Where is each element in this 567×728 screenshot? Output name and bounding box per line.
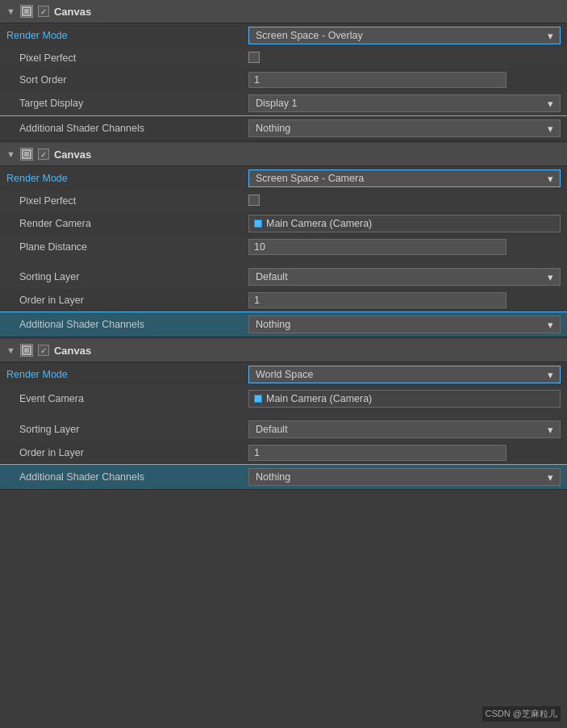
order-in-layer-value-3: 1 xyxy=(248,445,561,461)
order-in-layer-label-3: Order in Layer xyxy=(6,447,248,458)
pixel-perfect-row-2: Pixel Perfect xyxy=(0,190,567,211)
order-in-layer-row-3: Order in Layer 1 xyxy=(0,441,567,464)
sorting-layer-value-3: Default ▾ xyxy=(248,420,561,438)
panel-canvas-2: ▼ ✓ Canvas Render Mode Screen Space - Ca… xyxy=(0,143,567,337)
render-mode-row-2: Render Mode Screen Space - Camera ▾ xyxy=(0,166,567,190)
sorting-layer-dropdown-2[interactable]: Default ▾ xyxy=(248,268,561,286)
plane-distance-value-2: 10 xyxy=(248,239,561,255)
render-camera-label-2: Render Camera xyxy=(6,218,248,229)
additional-shader-label-1: Additional Shader Channels xyxy=(6,123,248,134)
panel-canvas-1: ▼ ✓ Canvas Render Mode Screen Space - Ov… xyxy=(0,0,567,141)
target-display-dropdown-1[interactable]: Display 1 ▾ xyxy=(248,94,561,112)
dropdown-arrow-2: ▾ xyxy=(548,173,553,185)
canvas-enabled-2[interactable]: ✓ xyxy=(38,149,49,160)
dropdown-arrow-3: ▾ xyxy=(548,369,553,381)
sort-order-value-1: 1 xyxy=(248,72,561,88)
render-camera-value-2: Main Camera (Camera) xyxy=(248,215,561,232)
event-camera-row-3: Event Camera Main Camera (Camera) xyxy=(0,387,567,411)
dropdown-arrow-td-1: ▾ xyxy=(548,98,553,110)
render-camera-row-2: Render Camera Main Camera (Camera) xyxy=(0,211,567,236)
event-camera-label-3: Event Camera xyxy=(6,393,248,404)
pixel-perfect-label-2: Pixel Perfect xyxy=(6,195,248,207)
dropdown-arrow-as-3: ▾ xyxy=(548,471,553,483)
panel-canvas-3: ▼ ✓ Canvas Render Mode World Space ▾ Eve… xyxy=(0,339,567,490)
pixel-perfect-checkbox-1[interactable] xyxy=(248,52,260,63)
target-display-row-1: Target Display Display 1 ▾ xyxy=(0,91,567,115)
render-mode-value-3: World Space ▾ xyxy=(248,366,561,383)
panel-header-2: ▼ ✓ Canvas xyxy=(0,143,567,166)
pixel-perfect-row-1: Pixel Perfect xyxy=(0,48,567,69)
render-mode-dropdown-1[interactable]: Screen Space - Overlay ▾ xyxy=(248,27,561,44)
svg-rect-3 xyxy=(24,152,29,157)
panel-header-1: ▼ ✓ Canvas xyxy=(0,0,567,23)
target-display-value-1: Display 1 ▾ xyxy=(248,94,561,112)
additional-shader-dropdown-2[interactable]: Nothing ▾ xyxy=(248,316,561,333)
canvas-enabled-1[interactable]: ✓ xyxy=(38,6,49,17)
sort-order-label-1: Sort Order xyxy=(6,74,248,86)
canvas-enabled-3[interactable]: ✓ xyxy=(38,345,49,356)
additional-shader-label-3: Additional Shader Channels xyxy=(6,471,248,483)
order-in-layer-input-3[interactable]: 1 xyxy=(248,445,507,461)
additional-shader-dropdown-3[interactable]: Nothing ▾ xyxy=(248,468,561,486)
pixel-perfect-value-2 xyxy=(248,195,561,208)
sorting-layer-label-2: Sorting Layer xyxy=(6,271,248,282)
render-mode-dropdown-2[interactable]: Screen Space - Camera ▾ xyxy=(248,169,561,187)
camera-dot-2 xyxy=(254,220,262,228)
svg-rect-5 xyxy=(24,348,29,353)
sorting-layer-row-2: Sorting Layer Default ▾ xyxy=(0,265,567,289)
target-display-label-1: Target Display xyxy=(6,98,248,109)
plane-distance-label-2: Plane Distance xyxy=(6,241,248,253)
sorting-layer-label-3: Sorting Layer xyxy=(6,424,248,435)
sorting-layer-value-2: Default ▾ xyxy=(248,268,561,286)
additional-shader-dropdown-1[interactable]: Nothing ▾ xyxy=(248,119,561,137)
spacer-2 xyxy=(0,258,567,265)
additional-shader-value-1: Nothing ▾ xyxy=(248,119,561,137)
order-in-layer-label-2: Order in Layer xyxy=(6,295,248,306)
render-mode-value-1: Screen Space - Overlay ▾ xyxy=(248,27,561,44)
collapse-arrow-3[interactable]: ▼ xyxy=(6,345,15,355)
pixel-perfect-value-1 xyxy=(248,52,561,65)
canvas-icon-2 xyxy=(20,148,33,161)
plane-distance-input-2[interactable]: 10 xyxy=(248,239,507,255)
canvas-icon-1 xyxy=(20,5,33,18)
collapse-arrow-1[interactable]: ▼ xyxy=(6,6,15,16)
render-mode-label-3: Render Mode xyxy=(6,369,248,380)
svg-rect-1 xyxy=(24,9,29,14)
sort-order-input-1[interactable]: 1 xyxy=(248,72,507,88)
panel-title-1: Canvas xyxy=(54,6,91,18)
panel-title-2: Canvas xyxy=(54,149,91,161)
additional-shader-row-3: Additional Shader Channels Nothing ▾ xyxy=(0,464,567,489)
event-camera-ref-3[interactable]: Main Camera (Camera) xyxy=(248,390,561,408)
dropdown-arrow-1: ▾ xyxy=(548,30,553,42)
order-in-layer-value-2: 1 xyxy=(248,292,561,308)
order-in-layer-row-2: Order in Layer 1 xyxy=(0,289,567,312)
pixel-perfect-label-1: Pixel Perfect xyxy=(6,52,248,64)
dropdown-arrow-as-2: ▾ xyxy=(548,319,553,331)
additional-shader-value-2: Nothing ▾ xyxy=(248,316,561,333)
render-mode-row-3: Render Mode World Space ▾ xyxy=(0,362,567,387)
additional-shader-row-1: Additional Shader Channels Nothing ▾ xyxy=(0,115,567,140)
sorting-layer-dropdown-3[interactable]: Default ▾ xyxy=(248,420,561,438)
pixel-perfect-checkbox-2[interactable] xyxy=(248,195,260,206)
dropdown-arrow-sl-3: ▾ xyxy=(548,424,553,436)
additional-shader-row-2: Additional Shader Channels Nothing ▾ xyxy=(0,312,567,337)
dropdown-arrow-as-1: ▾ xyxy=(548,123,553,135)
dropdown-arrow-sl-2: ▾ xyxy=(548,271,553,283)
panel-title-3: Canvas xyxy=(54,345,91,357)
spacer-3 xyxy=(0,411,567,417)
additional-shader-label-2: Additional Shader Channels xyxy=(6,319,248,330)
canvas-icon-3 xyxy=(20,344,33,357)
render-mode-row-1: Render Mode Screen Space - Overlay ▾ xyxy=(0,23,567,48)
render-mode-dropdown-3[interactable]: World Space ▾ xyxy=(248,366,561,383)
order-in-layer-input-2[interactable]: 1 xyxy=(248,292,507,308)
collapse-arrow-2[interactable]: ▼ xyxy=(6,149,15,159)
plane-distance-row-2: Plane Distance 10 xyxy=(0,236,567,258)
render-camera-ref-2[interactable]: Main Camera (Camera) xyxy=(248,215,561,232)
camera-dot-3 xyxy=(254,395,262,403)
sorting-layer-row-3: Sorting Layer Default ▾ xyxy=(0,417,567,441)
render-mode-value-2: Screen Space - Camera ▾ xyxy=(248,169,561,187)
event-camera-value-3: Main Camera (Camera) xyxy=(248,390,561,408)
panel-header-3: ▼ ✓ Canvas xyxy=(0,339,567,362)
sort-order-row-1: Sort Order 1 xyxy=(0,69,567,91)
render-mode-label-2: Render Mode xyxy=(6,173,248,184)
